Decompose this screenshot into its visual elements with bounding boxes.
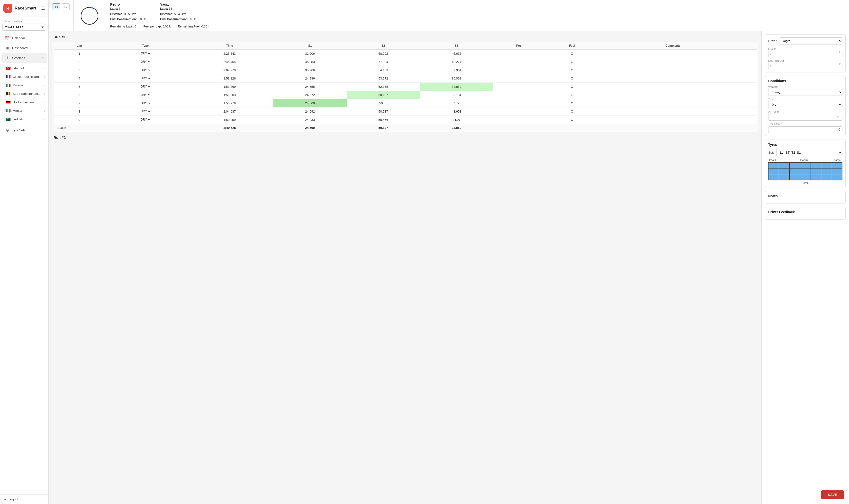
save-button[interactable]: SAVE [821, 490, 844, 499]
sidebar-item-dashboard-label: Dashboard [12, 46, 28, 50]
type-select[interactable]: DRY [140, 118, 151, 122]
track-condition-select[interactable]: Dry Wet Damp [768, 101, 843, 108]
col-type: Type [105, 42, 186, 49]
tyre-set-select[interactable]: 11_IST_T2_S1 [776, 149, 843, 156]
spa-chevron-icon: › [44, 92, 45, 95]
lap-s2: 50.197 [347, 91, 420, 99]
type-select[interactable]: DRY [140, 68, 151, 72]
air-temp-input[interactable] [768, 114, 843, 121]
col-s3: S3 [420, 42, 493, 49]
driver-select[interactable]: Yagiz Pedro [779, 37, 843, 44]
sidebar-item-calendar-label: Calendar [12, 36, 25, 40]
more-button[interactable]: ⋮ [749, 59, 755, 64]
more-button[interactable]: ⋮ [749, 118, 755, 122]
lap-s1: 24.833 [273, 115, 347, 124]
more-button[interactable]: ⋮ [749, 84, 755, 89]
circuit-hockenheim[interactable]: 🇩🇪 Hockenheimring › [0, 98, 48, 107]
type-select[interactable]: DRY [140, 109, 151, 113]
col-pos: Pos [493, 42, 545, 49]
type-select[interactable]: DRY [140, 76, 151, 80]
lap-tabs: 11 12 [53, 3, 70, 10]
circuit-jeddah[interactable]: 🇸🇦 Jeddah › [0, 115, 48, 124]
circuit-spa[interactable]: 🇧🇪 Spa-Francorcham... › [0, 89, 48, 98]
lap-comments [599, 58, 747, 66]
lap-s3: 48.658 [420, 107, 493, 115]
circuit-misano[interactable]: 🇮🇹 Misano › [0, 81, 48, 89]
lap-comments [599, 66, 747, 74]
more-button[interactable]: ⋮ [749, 76, 755, 81]
sidebar-item-tyre-sets[interactable]: ⊙ Tyre Sets [1, 125, 47, 135]
type-select[interactable]: OUT [140, 52, 151, 55]
circuits-list: 🇹🇷 İstanbul › 🇫🇷 Circuit Paul Ricard › 🇮… [0, 64, 48, 124]
type-select[interactable]: DRY [140, 60, 151, 64]
track-temp-group: Track Temp °C [768, 123, 843, 133]
hamburger-icon[interactable]: ☰ [41, 5, 45, 11]
circuit-paul-ricard[interactable]: 🇫🇷 Circuit Paul Ricard › [0, 72, 48, 81]
tyre-cell [800, 174, 811, 180]
lap-s2: 50.737 [347, 107, 420, 115]
pwarm-label: Pwarm [800, 159, 808, 161]
lap-tab-12[interactable]: 12 [62, 3, 70, 10]
table-row: 6 DRY 1:50.003 24.672 50.197 35.134 O ⋮ [54, 91, 758, 99]
table-header-row: Lap Type Time S1 S2 S3 Pos Fuel Comments [54, 42, 758, 49]
lap-type: OUT [105, 49, 186, 58]
misano-chevron-icon: › [44, 84, 45, 87]
lap-type: DRY [105, 58, 186, 66]
pedro-fuel: Fuel Consumption: 0.00 lt [110, 17, 145, 22]
tyre-set-label: Set: [768, 151, 774, 155]
lap-s1: 24.655 [273, 83, 347, 91]
circuit-istanbul[interactable]: 🇹🇷 İstanbul › [0, 64, 48, 72]
air-temp-input-wrapper: °C [768, 114, 843, 121]
lap-s1: 24.692 [273, 107, 347, 115]
weather-select[interactable]: Sunny Cloudy Rainy [768, 89, 843, 96]
tyre-row [768, 174, 842, 180]
lap-comments [599, 99, 747, 107]
yagiz-distance: Distance: 59.46 km [160, 12, 195, 17]
more-button[interactable]: ⋮ [749, 101, 755, 106]
circuit-monza[interactable]: 🇮🇹 Monza › [0, 107, 48, 115]
lap-s2: 54.103 [347, 66, 420, 74]
lap-type: DRY [105, 74, 186, 83]
type-select[interactable]: DRY [140, 93, 151, 97]
tyre-cell [779, 163, 790, 168]
more-button[interactable]: ⋮ [749, 51, 755, 56]
lap-pos [493, 115, 545, 124]
tyre-chart: Pcold Pwarm Ptarget Temp [768, 159, 843, 184]
lap-pos [493, 107, 545, 115]
driver-row: Driver Yagiz Pedro [768, 37, 843, 44]
more-button[interactable]: ⋮ [749, 93, 755, 97]
lap-number: 5 [54, 83, 105, 91]
jeddah-flag: 🇸🇦 [6, 117, 11, 122]
lap-time: 1:53.826 [186, 74, 273, 83]
driver-fuel-section: Driver Yagiz Pedro Fuel In lt Est. Fuel … [765, 34, 846, 72]
lap-time: 1:51.869 [186, 83, 273, 91]
lap-type: DRY [105, 91, 186, 99]
col-comments: Comments [599, 42, 747, 49]
type-select[interactable]: DRY [140, 101, 151, 105]
est-fuel-out-input[interactable] [768, 63, 843, 69]
sidebar-item-sessions[interactable]: ✳ Sessions ▾ [1, 53, 47, 63]
lap-fuel: O [545, 107, 599, 115]
lap-s3: 34.859 [420, 83, 493, 91]
championships-select[interactable]: 2024 GT4 ES [2, 23, 46, 31]
conditions-title: Conditions [768, 79, 843, 83]
driver-yagiz-block: Yagiz Laps: 13 Distance: 59.46 km Fuel C… [160, 2, 195, 22]
fuel-in-input[interactable] [768, 51, 843, 57]
lap-s3: 35.56 [420, 99, 493, 107]
more-button[interactable]: ⋮ [749, 109, 755, 114]
tyres-title: Tyres [768, 143, 843, 147]
tyre-cell [768, 168, 779, 174]
sidebar-item-dashboard[interactable]: ⊞ Dashboard [1, 43, 47, 53]
lap-tab-11[interactable]: 11 [53, 3, 60, 10]
lap-comments [599, 91, 747, 99]
lap-number: 7 [54, 99, 105, 107]
type-select[interactable]: DRY [140, 85, 151, 89]
sidebar-item-calendar[interactable]: 📅 Calendar [1, 33, 47, 43]
logout-button[interactable]: ↪ Logout [0, 494, 48, 504]
sidebar-bottom: ↪ Logout [0, 494, 48, 504]
tyre-row [768, 163, 842, 168]
track-temp-input[interactable] [768, 126, 843, 133]
lap-s3: 39.901 [420, 66, 493, 74]
tyre-cell [832, 174, 842, 180]
more-button[interactable]: ⋮ [749, 68, 755, 72]
